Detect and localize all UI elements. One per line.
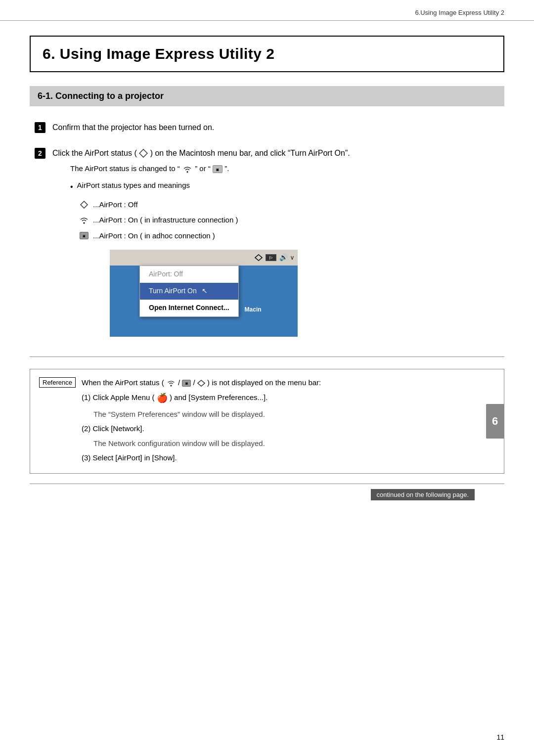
flag-icon: 🏳 bbox=[266, 254, 276, 261]
adhoc-icon-sub: ◙ bbox=[213, 165, 222, 173]
airport-type-infra: ...AirPort : On ( in infrastructure conn… bbox=[75, 214, 504, 226]
step-1-text: Confirm that the projector has been turn… bbox=[52, 121, 504, 134]
airport-adhoc-label: ...AirPort : On ( in adhoc connection ) bbox=[93, 229, 215, 242]
ref-item-3: (3) Select [AirPort] in [Show]. bbox=[82, 451, 495, 464]
side-tab: 6 bbox=[486, 404, 504, 439]
menu-item-airport-off: AirPort: Off bbox=[140, 266, 238, 283]
divider-1 bbox=[30, 356, 504, 357]
menu-item-open-internet: Open Internet Connect... bbox=[140, 300, 238, 316]
volume-icon: 🔊 bbox=[279, 252, 288, 264]
header-bar: 6.Using Image Express Utility 2 bbox=[0, 0, 534, 21]
adhoc-icon: ◙ bbox=[80, 232, 89, 239]
ref-wifi-icon bbox=[166, 379, 176, 387]
section-heading: 6-1. Connecting to a projector bbox=[30, 86, 504, 106]
ref-item-2: (2) Click [Network]. bbox=[82, 422, 495, 435]
continued-label: continued on the following page. bbox=[371, 489, 475, 500]
section-heading-text: 6-1. Connecting to a projector bbox=[38, 91, 164, 101]
svg-point-3 bbox=[83, 222, 85, 224]
step-2: 2 Click the AirPort status ( ) on the Ma… bbox=[35, 147, 504, 345]
reference-intro-text: When the AirPort status ( bbox=[82, 378, 164, 387]
page-number: 11 bbox=[496, 733, 504, 741]
airport-off-icon-step2 bbox=[139, 149, 148, 158]
bottom-bar: continued on the following page. bbox=[30, 484, 504, 505]
reference-intro-after: ) is not displayed on the menu bar: bbox=[207, 378, 321, 387]
screenshot-body: AirPort: Off Turn AirPort On ↖ Open Inte… bbox=[110, 266, 298, 336]
screenshot-right: Macin bbox=[239, 266, 264, 316]
step-2-number: 2 bbox=[35, 148, 45, 159]
screenshot-area: 🏳 🔊 v AirPort: Off Turn AirPort On bbox=[110, 250, 298, 336]
wifi-infra-icon bbox=[79, 216, 89, 224]
svg-marker-2 bbox=[81, 201, 88, 208]
step-2-sub: The AirPort status is changed to “ ” or … bbox=[70, 162, 504, 336]
sub-line: The AirPort status is changed to “ ” or … bbox=[70, 162, 504, 175]
side-tab-label: 6 bbox=[492, 415, 498, 428]
airport-type-off: ...AirPort : Off bbox=[75, 198, 504, 211]
airport-type-list: ...AirPort : Off ...AirPo bbox=[75, 198, 504, 242]
ref-diamond-icon bbox=[197, 380, 205, 387]
ref-adhoc-icon: ◙ bbox=[182, 380, 191, 387]
airport-type-adhoc: ◙ ...AirPort : On ( in adhoc connection … bbox=[75, 229, 504, 242]
bullet-text: AirPort status types and meanings bbox=[77, 179, 190, 192]
screenshot-topbar: 🏳 🔊 v bbox=[110, 250, 298, 266]
svg-marker-4 bbox=[255, 255, 262, 261]
adhoc-icon-area: ◙ bbox=[75, 232, 93, 239]
step-2-main-text: Click the AirPort status ( ) on the Maci… bbox=[52, 147, 504, 160]
macin-label: Macin bbox=[243, 303, 264, 316]
svg-marker-6 bbox=[198, 380, 205, 386]
wifi-on-icon-sub bbox=[182, 165, 193, 173]
airport-off-label: ...AirPort : Off bbox=[93, 198, 138, 211]
dropdown-menu: AirPort: Off Turn AirPort On ↖ Open Inte… bbox=[139, 266, 239, 316]
svg-point-1 bbox=[186, 172, 188, 173]
airport-infra-label: ...AirPort : On ( in infrastructure conn… bbox=[93, 214, 238, 226]
svg-marker-0 bbox=[139, 149, 147, 157]
ref-item-2-sub: The Network configuration window will be… bbox=[93, 437, 495, 450]
reference-section: Reference When the AirPort status ( / ◙ bbox=[30, 369, 504, 474]
reference-intro: When the AirPort status ( / ◙ / bbox=[82, 376, 495, 389]
page-container: 6.Using Image Express Utility 2 6. Using… bbox=[0, 0, 534, 756]
diamond-icon bbox=[80, 201, 88, 209]
reference-content: When the AirPort status ( / ◙ / bbox=[82, 376, 495, 466]
chapter-title: 6. Using Image Express Utility 2 bbox=[43, 45, 275, 62]
reference-inner: Reference When the AirPort status ( / ◙ bbox=[30, 369, 504, 473]
chapter-title-box: 6. Using Image Express Utility 2 bbox=[30, 36, 504, 72]
step-1: 1 Confirm that the projector has been tu… bbox=[35, 121, 504, 137]
wifi-infra-icon-area bbox=[75, 216, 93, 224]
cursor-icon: ↖ bbox=[202, 285, 208, 297]
step-2-text-before: Click the AirPort status ( bbox=[52, 149, 137, 157]
bullet-list: • AirPort status types and meanings bbox=[70, 179, 504, 193]
reference-badge: Reference bbox=[39, 377, 76, 388]
bullet-item-types: • AirPort status types and meanings bbox=[70, 179, 504, 193]
apple-icon: 🍎 bbox=[157, 391, 168, 406]
step-1-number: 1 bbox=[35, 122, 45, 133]
ref-item-1: (1) Click Apple Menu ( 🍎 ) and [System P… bbox=[82, 391, 495, 406]
svg-point-5 bbox=[170, 385, 172, 386]
main-content: 6. Using Image Express Utility 2 6-1. Co… bbox=[0, 36, 534, 535]
ref-item-1-sub: The “System Preferences” window will be … bbox=[93, 408, 495, 421]
menu-item-turn-on: Turn AirPort On ↖ bbox=[140, 283, 238, 300]
step-2-text-after: ) on the Macintosh menu bar, and click “… bbox=[150, 149, 350, 157]
menubar-v: v bbox=[291, 253, 294, 263]
step-2-content: Click the AirPort status ( ) on the Maci… bbox=[52, 147, 504, 345]
menubar-airport-icon bbox=[255, 254, 263, 261]
bullet-dot: • bbox=[70, 180, 73, 193]
step-1-content: Confirm that the projector has been turn… bbox=[52, 121, 504, 137]
header-title: 6.Using Image Express Utility 2 bbox=[415, 9, 504, 16]
diamond-icon-area bbox=[75, 201, 93, 209]
